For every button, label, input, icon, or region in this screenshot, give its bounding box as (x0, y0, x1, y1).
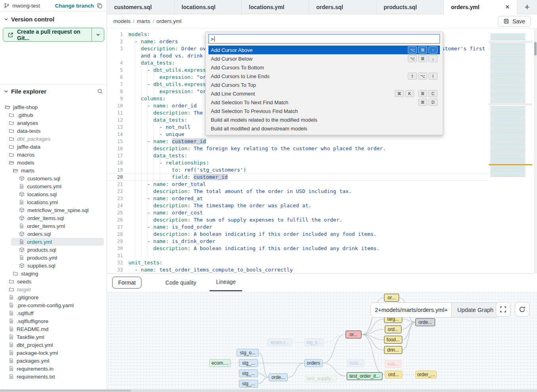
tree-item-package-lock.yml[interactable]: package-lock.yml (0, 349, 107, 357)
lineage-node[interactable]: test_supply... (305, 375, 336, 382)
tree-item-analyses[interactable]: analyses (0, 119, 107, 127)
tab-orders.sql[interactable]: orders.sql (309, 0, 376, 14)
lineage-node[interactable]: cust... (347, 359, 364, 367)
tree-item-requirements.txt[interactable]: requirements.txt (0, 373, 107, 381)
editor-scrollbar[interactable] (534, 29, 537, 273)
tab-products.sql[interactable]: products.sql (376, 0, 444, 14)
tree-item-macros[interactable]: macros (0, 151, 107, 159)
command-item[interactable]: Add Cursors To Top (208, 80, 440, 89)
tree-item-Taskfile.yml[interactable]: Taskfile.yml (0, 333, 107, 341)
tree-item-seeds[interactable]: seeds (0, 277, 107, 285)
lineage-node[interactable]: stg_... (239, 369, 258, 377)
command-item[interactable]: Add Cursors to Line Ends⇧⌥I (208, 72, 440, 80)
tree-item-.github[interactable]: .github (0, 111, 107, 119)
tab-locations.sql[interactable]: locations.sql (174, 0, 242, 14)
minimap[interactable] (489, 34, 532, 177)
chevron-down-icon (4, 17, 8, 21)
command-item[interactable]: Add Cursors To Bottom (208, 63, 440, 72)
lineage-node[interactable]: orders (304, 359, 323, 367)
tab-orders.yml[interactable]: orders.yml✕ (444, 0, 517, 14)
horizontal-scrollbar[interactable] (0, 389, 537, 392)
tree-item-.pre-commit-config.yaml[interactable]: .pre-commit-config.yaml (0, 301, 107, 309)
close-tab-icon[interactable]: ✕ (496, 4, 510, 10)
refresh-button[interactable] (515, 302, 529, 317)
panel-tab-lineage[interactable]: Lineage (210, 273, 242, 291)
lineage-node[interactable]: stg_o... (237, 349, 259, 357)
tree-item-supplies.sql[interactable]: supplies.sql (0, 262, 107, 270)
command-item[interactable]: Build all modified and downstream models (208, 124, 440, 133)
tree-item-dbt_project.yml[interactable]: dbt_project.yml (0, 341, 107, 349)
add-tab-button[interactable]: + (517, 0, 537, 14)
search-icon[interactable] (97, 88, 103, 94)
tree-item-target[interactable]: target (0, 285, 107, 293)
command-item[interactable]: Build all models related to the modified… (208, 115, 440, 124)
tree-item-staging[interactable]: staging (0, 270, 107, 277)
tree-item-locations.yml[interactable]: locations.yml (0, 198, 107, 206)
tree-item-README.md[interactable]: README.md (0, 325, 107, 333)
lineage-node[interactable]: food... (384, 336, 402, 344)
tree-item-order_items.yml[interactable]: order_items.yml (0, 222, 107, 230)
lineage-node[interactable]: ord... (385, 325, 401, 333)
change-branch-link[interactable]: Change branch (55, 3, 94, 9)
tree-item-jaffle-shop[interactable]: jaffle-shop (0, 103, 107, 111)
tree-item-packages.yml[interactable]: packages.yml (0, 357, 107, 365)
save-button[interactable]: Save (498, 16, 531, 27)
tree-item-.gitignore[interactable]: .gitignore (0, 293, 107, 301)
chevron-down-icon (4, 89, 8, 94)
lineage-node[interactable]: cus... (385, 360, 401, 368)
lineage-node[interactable]: or... (384, 294, 399, 302)
tab-locations.yml[interactable]: locations.yml (242, 0, 309, 14)
lineage-node[interactable]: ecom.... (209, 359, 231, 367)
tree-item-order_items.sql[interactable]: order_items.sql (0, 214, 107, 222)
lineage-node[interactable]: stg_... (239, 380, 258, 388)
lineage-node[interactable]: or... (346, 331, 361, 338)
fullscreen-button[interactable] (496, 302, 510, 317)
command-palette-input[interactable]: > (208, 34, 440, 44)
tree-item-orders.yml[interactable]: orders.yml (11, 238, 104, 246)
lineage-node[interactable]: stg_c... (304, 338, 323, 346)
line-number: 16 (107, 146, 123, 151)
tree-item-jaffle-data[interactable]: jaffle-data (0, 143, 107, 151)
code-line: 21 - name: order_total (107, 181, 489, 188)
lineage-node[interactable]: drin... (384, 346, 402, 354)
lineage-node[interactable]: ecom.r... (268, 338, 292, 346)
tree-item-products.yml[interactable]: products.yml (0, 254, 107, 262)
lineage-canvas[interactable]: Update Graph ecom.r...stg_c...stg_o...ec… (107, 291, 537, 389)
command-item[interactable]: Add Cursor Above⌥⌘↑ (208, 46, 440, 54)
version-control-header[interactable]: Version control (4, 16, 54, 23)
tree-item-orders.sql[interactable]: orders.sql (0, 230, 107, 238)
lineage-node[interactable]: test_order_it... (347, 372, 382, 380)
tree-item-.sqlfluff[interactable]: .sqlfluff (0, 309, 107, 317)
tree-item-products.sql[interactable]: products.sql (0, 246, 107, 254)
lineage-node[interactable]: order_... (415, 371, 437, 379)
command-item[interactable]: Add Line Comment⌘K⌘C (208, 89, 440, 98)
tree-item-.sqlfluffignore[interactable]: .sqlfluffignore (0, 317, 107, 325)
tree-item-customers.yml[interactable]: customers.yml (0, 182, 107, 190)
lineage-node[interactable]: stg_... (239, 359, 258, 367)
format-button[interactable]: Format (112, 277, 141, 289)
lineage-selector-input[interactable] (371, 303, 451, 317)
tree-item-metricflow_time_spine.sql[interactable]: metricflow_time_spine.sql (0, 206, 107, 214)
pr-button-dropdown[interactable] (92, 28, 104, 41)
panel-tab-code-quality[interactable]: Code quality (159, 273, 203, 291)
tab-customers.sql[interactable]: customers.sql (107, 0, 174, 14)
create-pull-request-button[interactable]: Create a pull request on Git... (3, 28, 104, 42)
lineage-node[interactable]: ord... (385, 371, 402, 379)
lineage-node[interactable]: orde... (269, 373, 288, 381)
tree-item-requirements.in[interactable]: requirements.in (0, 365, 107, 373)
command-item[interactable]: Add Selection To Next Find Match⌘D (208, 98, 440, 107)
command-item[interactable]: Add Cursor Below⌥⌘↓ (208, 54, 440, 63)
tree-item-locations.sql[interactable]: locations.sql (0, 190, 107, 198)
copy-icon[interactable] (97, 3, 103, 9)
tree-item-marts[interactable]: marts (0, 166, 107, 174)
file-explorer-header[interactable]: File explorer (4, 88, 103, 95)
tree-item-models[interactable]: models (0, 159, 107, 166)
tree-item-label: .sqlfluff (17, 310, 34, 316)
tree-item-data-tests[interactable]: data-tests (0, 127, 107, 135)
tree-item-dbt_packages[interactable]: dbt_packages (0, 135, 107, 143)
file-tree: jaffle-shop.githubanalysesdata-testsdbt_… (0, 103, 107, 381)
command-item[interactable]: Add Selection To Previous Find Match (208, 107, 440, 115)
tree-item-customers.sql[interactable]: customers.sql (0, 174, 107, 182)
update-graph-button[interactable]: Update Graph (451, 303, 499, 317)
lineage-node[interactable]: orde... (415, 318, 435, 326)
